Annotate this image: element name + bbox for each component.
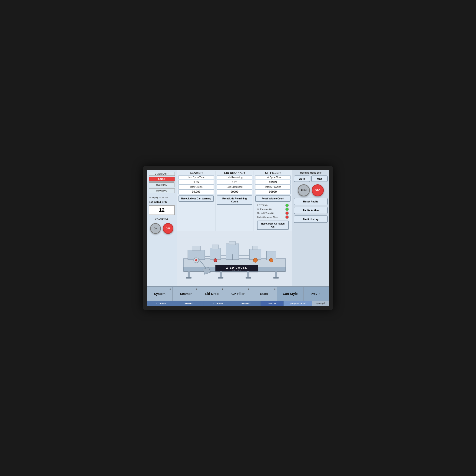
system-plus-icon: + [170,288,171,291]
conveyor-on-button[interactable]: ON [150,223,161,234]
mode-buttons: Auto Man [294,175,328,182]
air-pressure-indicator [285,207,289,211]
center-area: SEAMER Last Cycle Time 1.85 Total Cycles… [177,170,292,286]
monitor: STACK LIGHT FAULT WARNING RUNNING Air Su… [143,166,333,310]
can-style-tab-label: Can Style [283,292,298,296]
tab-can-style[interactable]: Can Style [277,287,303,301]
lid-dropper-title: LID DROPPER [224,171,245,174]
cp-filler-total-cycles-label: Total CP Cycles [255,185,290,189]
cp-filler-column: CP FILLER Lost Cycle Time 99999 Total CP… [254,171,292,231]
right-panel: Machine Mode Sele Auto Man RUN STO Reset… [292,170,329,286]
tab-seamer[interactable]: + Seamer [173,287,199,301]
seamer-title: SEAMER [190,171,203,174]
top-area: STACK LIGHT FAULT WARNING RUNNING Air Su… [147,170,329,286]
svg-rect-27 [218,277,224,278]
air-supply: Air Supply 99.96 Pst [149,196,175,199]
conveyor-buttons: ON OFF [149,223,175,234]
svg-rect-10 [210,248,221,260]
faults-active-button[interactable]: Faults Active [294,207,328,214]
auto-mode-button[interactable]: Auto [294,175,310,182]
svg-rect-23 [275,271,277,277]
stop-button[interactable]: STO [312,184,324,196]
stats-tab-label: Stats [260,292,268,296]
svg-text:WILD GOOSE: WILD GOOSE [226,267,248,269]
manual-mode-button[interactable]: Man [311,175,328,182]
status-seg-3: STOPPED [232,301,261,306]
seamer-total-cycles-label: Total Cycles [178,185,214,189]
machine-mode-label: Machine Mode Sele [294,171,328,174]
status-seg-que: que paso 2.6vol [284,301,312,306]
lid-dropper-lids-dispensed-value: 99999 [217,189,252,194]
cp-filler-title: CP FILLER [265,171,281,174]
outlet-conveyer-row: Outlet Conveyer Clear [257,215,289,219]
status-seg-0: STOPPED [147,301,175,306]
warning-button[interactable]: WARNING [149,183,175,187]
tab-cp-filler[interactable]: + CP Filler [225,287,251,301]
stack-light-label: STACK LIGHT [149,172,175,176]
lid-drop-plus-icon: + [222,288,223,291]
seamer-tab-label: Seamer [180,292,192,296]
machines-header: SEAMER Last Cycle Time 1.85 Total Cycles… [177,170,292,231]
prev-arrow-icon: ← [318,292,322,296]
seamer-last-cycle-value: 1.85 [178,180,214,185]
reset-air-button[interactable]: Reset Main Air Failed On [257,221,289,230]
svg-rect-22 [188,271,190,277]
running-button[interactable]: RUNNING [149,188,175,193]
lid-dropper-lids-remaining-label: Lids Remaining [217,175,252,179]
screen: STACK LIGHT FAULT WARNING RUNNING Air Su… [147,170,329,306]
reset-faults-button[interactable]: Reset Faults [294,198,328,205]
fault-button[interactable]: FAULT [149,177,175,182]
status-bar: STOPPED STOPPED STOPPED STOPPED CPM: 12 … [147,301,329,306]
svg-rect-17 [253,246,258,250]
svg-rect-24 [220,271,222,277]
stats-plus-icon: + [274,288,275,291]
machine-image-area: WILD GOOSE FILLING [177,231,292,286]
tab-system[interactable]: + System [147,287,173,301]
lid-drop-tab-label: Lid Drop [205,292,219,296]
tab-prev[interactable]: Prev ← [304,287,329,301]
status-seg-1: STOPPED [175,301,204,306]
outlet-conveyer-label: Outlet Conveyer Clear [257,216,284,218]
svg-rect-28 [246,277,251,278]
status-seg-sys: Sys Opti [312,301,329,306]
cp-filler-last-cycle-value: 99999 [255,180,290,185]
bottom-tabs: + System + Seamer + Lid Drop + CP Filler… [147,286,329,301]
left-panel: STACK LIGHT FAULT WARNING RUNNING Air Su… [147,170,177,286]
svg-point-9 [195,259,197,261]
conveyor-off-button[interactable]: OFF [163,223,173,234]
svg-point-12 [214,259,217,262]
svg-rect-14 [229,241,236,245]
cp-filler-last-cycle-label: Lost Cycle Time [255,175,290,179]
svg-rect-29 [273,277,279,278]
lid-dropper-reset-button[interactable]: Reset Lids Remaining Count [217,195,252,205]
svg-point-18 [253,258,257,262]
seamer-total-cycles-value: 99,999 [178,189,214,194]
tab-stats[interactable]: + Stats [251,287,277,301]
air-pressure-label: Air Pressure OK [257,208,284,210]
fault-history-button[interactable]: Fault History [294,215,328,223]
air-pressure-row: Air Pressure OK [257,207,289,211]
system-tab-label: System [154,292,166,296]
run-button[interactable]: RUN [298,184,310,196]
svg-rect-26 [186,277,191,278]
seamer-plus-icon: + [196,288,197,291]
prev-tab-label: Prev [311,292,317,296]
estimated-cpm-label: Estimated CPM [149,201,175,203]
seamer-column: SEAMER Last Cycle Time 1.85 Total Cycles… [177,171,215,231]
conveyor-label: CONVEYOR [149,218,175,221]
tab-lid-drop[interactable]: + Lid Drop [199,287,225,301]
estop-indicator [285,204,289,207]
lid-dropper-lids-remaining-value: 0.70 [217,180,252,185]
manifold-temp-row: Manifold Temp OK [257,211,289,215]
svg-rect-25 [247,271,249,277]
estop-label: E STOP OK [257,204,284,206]
cp-filler-reset-button[interactable]: Reset Volume Count [255,195,290,202]
status-seg-2: STOPPED [204,301,232,306]
svg-rect-7 [192,246,201,251]
seamer-reset-button[interactable]: Reset Lidless Can Warning [178,195,214,202]
estop-row: E STOP OK [257,204,289,207]
manifold-temp-indicator [285,211,289,215]
svg-point-20 [269,258,273,262]
status-seg-cpm: CPM: 12 [261,301,284,306]
lid-dropper-column: LID DROPPER Lids Remaining 0.70 Lids Dis… [215,171,254,231]
